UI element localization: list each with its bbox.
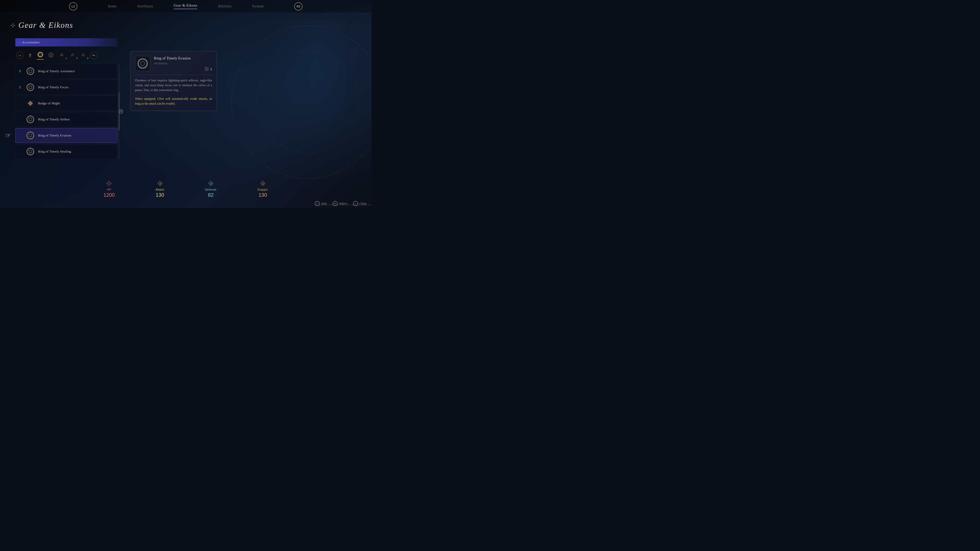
eikon-svg-3 [80, 52, 86, 58]
item-name: Ring of Timely Strikes [38, 118, 70, 121]
item-icon [26, 83, 35, 92]
nav-system[interactable]: System [252, 4, 264, 8]
stat-attack: ◆ Attack 130 [156, 180, 164, 198]
cursor-arrow: ☞ [5, 132, 11, 139]
svg-point-3 [50, 54, 52, 56]
stat-stagger: ◆ Stagger 130 [257, 180, 268, 198]
item-icon [26, 131, 35, 140]
detail-effect: When equipped, Clive will automatically … [135, 97, 212, 106]
item-name: Ring of Timely Healing [38, 149, 71, 154]
item-name: Ring of Timely Focus [38, 85, 68, 89]
ring-icon [27, 83, 34, 91]
ring-icon-inner [29, 150, 32, 153]
arc-decoration-2 [257, 51, 359, 153]
top-navigation: L2 Items Attributes Gear & Eikons Abilit… [0, 0, 372, 13]
l2-button[interactable]: L2 [69, 2, 77, 11]
stagger-label: Stagger [257, 188, 268, 191]
detail-ring-icon [138, 59, 148, 68]
svg-rect-4 [28, 101, 33, 106]
filter-row: L1 🗡 1 [15, 51, 118, 60]
eikon-svg-2 [70, 52, 75, 58]
item-quantity: 3 [19, 70, 23, 73]
chest-icon: ⬛ [204, 67, 209, 71]
svg-text:♥: ♥ [108, 183, 110, 184]
arc-decoration-1 [231, 25, 372, 179]
detail-info: Ring of Timely Evasion Accessory ⬛ 1 [154, 56, 212, 71]
list-item[interactable]: Badge of Might [15, 96, 118, 111]
detail-ring-inner [140, 61, 145, 66]
attack-value: 130 [156, 192, 164, 198]
filter-badge-num-2: 2 [76, 57, 78, 59]
category-arrow: › [19, 41, 20, 44]
attack-icon: ◆ [156, 180, 164, 187]
badge-svg [48, 52, 54, 58]
ring-icon [27, 116, 34, 123]
list-item-selected[interactable]: ☞ Ring of Timely Evasion [15, 128, 118, 143]
item-name: Badge of Might [38, 101, 60, 105]
scroll-indicator: R [119, 110, 123, 114]
ring-icon [27, 148, 34, 156]
stagger-icon: ◆ [259, 180, 266, 187]
detail-quantity-row: ⬛ 1 [154, 67, 212, 71]
defense-value: 82 [208, 192, 213, 198]
detail-item-type: Accessory [154, 62, 212, 65]
attack-diamond-svg: ◆ [156, 180, 164, 187]
defense-label: Defense [205, 188, 217, 191]
filter-badge-icon[interactable] [48, 51, 55, 60]
attack-label: Attack [156, 188, 164, 191]
list-item[interactable]: 2 Ring of Timely Focus [15, 80, 118, 95]
svg-point-0 [38, 52, 43, 57]
filter-eikon-icon-3[interactable]: 3 [80, 52, 87, 59]
nav-items: Items Attributes Gear & Eikons Abilities… [108, 3, 264, 9]
filter-weapon-icon[interactable]: 🗡 [27, 52, 33, 59]
filter-eikon-icon-2[interactable]: 2 [69, 52, 76, 59]
defense-icon: ◆ [207, 180, 215, 187]
detail-panel: Ring of Timely Evasion Accessory ⬛ 1 Fle… [130, 51, 217, 111]
category-bar[interactable]: › Accessories [15, 38, 118, 46]
copyright-text: © 2023 SQUARE ENIX CO., LTD. All Rights … [316, 203, 372, 206]
detail-description: Fleetness of foot requires lightning-qui… [135, 78, 212, 93]
r2-button[interactable]: R2 [294, 2, 302, 11]
item-name: Ring of Timely Evasion [38, 133, 71, 138]
hp-label: HP [107, 188, 111, 191]
list-item[interactable]: Ring of Timely Healing [15, 144, 118, 159]
nav-abilities[interactable]: Abilities [218, 4, 232, 8]
badge-icon [27, 100, 34, 107]
detail-item-name: Ring of Timely Evasion [154, 56, 212, 60]
list-item[interactable]: 3 Ring of Timely Assistance [15, 64, 118, 79]
character-silhouette [269, 21, 346, 148]
filter-badge-num-1: 1 [65, 57, 67, 59]
ring-icon-inner [29, 69, 32, 73]
l1-button[interactable]: L1 [16, 52, 24, 59]
item-icon [26, 115, 35, 124]
filter-badge-num-3: 3 [87, 57, 88, 59]
left-panel: › Accessories L1 🗡 1 [15, 38, 118, 159]
detail-quantity: 1 [210, 67, 212, 71]
r1-button[interactable]: R1 [90, 52, 97, 59]
item-list: 3 Ring of Timely Assistance 2 Ring of Ti… [15, 64, 118, 159]
hp-diamond-svg: ♥ [105, 180, 113, 187]
nav-items[interactable]: Items [108, 4, 117, 8]
nav-attributes[interactable]: Attributes [137, 4, 153, 8]
item-icon [26, 67, 35, 76]
item-name: Ring of Timely Assistance [38, 69, 75, 73]
nav-gear-eikons[interactable]: Gear & Eikons [173, 3, 197, 9]
filter-eikon-icon-1[interactable]: 1 [58, 52, 65, 59]
page-title: Gear & Eikons [18, 21, 73, 30]
filter-ring-icon[interactable] [37, 51, 44, 60]
ring-icon-inner [29, 118, 32, 121]
list-item[interactable]: Ring of Timely Strikes [15, 112, 118, 127]
ring-icon-inner [29, 86, 32, 89]
item-icon [26, 147, 35, 156]
defense-diamond-svg: ◆ [207, 180, 215, 187]
scroll-label: R [120, 110, 122, 113]
hp-value: 1200 [103, 192, 115, 198]
title-icon: ⊹ [10, 22, 15, 29]
stats-bar: ♥ HP 1200 ◆ Attack 130 ◆ Defense 82 [0, 180, 372, 198]
ring-icon-inner [29, 134, 32, 137]
detail-header: Ring of Timely Evasion Accessory ⬛ 1 [135, 56, 212, 71]
ring-icon [27, 132, 34, 139]
badge-icon-svg [27, 100, 34, 106]
stat-hp: ♥ HP 1200 [103, 180, 115, 198]
svg-marker-2 [49, 52, 53, 57]
